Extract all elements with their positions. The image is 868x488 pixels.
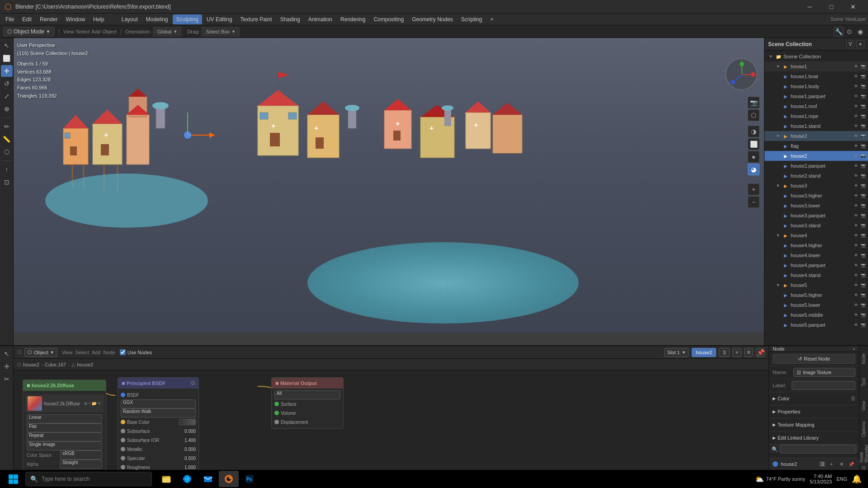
viewport[interactable]: User Perspective (116) Scene Collection … xyxy=(14,38,764,345)
drag-dropdown[interactable]: Select Box ▼ xyxy=(201,27,240,37)
wireframe-icon[interactable]: ⬜ xyxy=(748,138,760,150)
eye-icon[interactable]: 👁 xyxy=(853,242,859,249)
tree-item-flag[interactable]: ▶ flag 👁 📷 xyxy=(764,141,868,151)
render-icon[interactable]: 📷 xyxy=(860,242,866,249)
eye-icon[interactable]: 👁 xyxy=(853,262,859,268)
menu-file[interactable]: File xyxy=(2,14,18,24)
tree-item-house2-parquet[interactable]: ▶ house2.parquet 👁 📷 xyxy=(764,161,868,171)
tree-item-house3-parquet[interactable]: ▶ house3.parquet 👁 📷 xyxy=(764,211,868,221)
eye-icon[interactable]: 👁 xyxy=(853,113,859,119)
tree-item-house5-middle[interactable]: ▶ house5.middle 👁 📷 xyxy=(764,310,868,320)
extension-select[interactable]: Repeat xyxy=(27,432,102,441)
add-collection-icon[interactable]: + xyxy=(856,40,864,48)
slot-dropdown[interactable]: Slot 1 ▼ xyxy=(664,348,689,357)
breadcrumb-cube[interactable]: Cube.167 xyxy=(45,362,66,367)
camera-view-icon[interactable]: 📷 xyxy=(748,97,760,108)
render-icon[interactable]: 📷 xyxy=(860,73,866,80)
material-icon[interactable]: ◕ xyxy=(748,164,760,175)
view-tab[interactable]: View xyxy=(860,394,867,418)
node-cut-icon[interactable]: ✂ xyxy=(1,373,13,385)
tree-item-house5-lower[interactable]: ▶ house5.lower 👁 📷 xyxy=(764,300,868,310)
tree-item-house1-stand[interactable]: ▶ house1.stand 👁 📷 xyxy=(764,121,868,131)
node-output-card[interactable]: ◼ Material Output All Surface Volume xyxy=(271,377,344,429)
label-input[interactable] xyxy=(792,381,855,390)
render-icon[interactable]: 📷 xyxy=(860,222,866,229)
render-icon[interactable]: 📷 xyxy=(860,183,866,189)
edit-linked-library-toggle[interactable]: ▶ Edit Linked Library xyxy=(773,432,855,443)
del-mat-icon[interactable]: ✕ xyxy=(837,460,845,468)
node-select-icon[interactable]: ↖ xyxy=(1,348,13,360)
new-icon[interactable]: + xyxy=(89,401,91,406)
render-icon[interactable]: 📷 xyxy=(860,302,866,308)
node-tab[interactable]: Node xyxy=(860,347,867,371)
surface-socket[interactable] xyxy=(274,402,279,406)
color-menu-icon[interactable]: ☰ xyxy=(851,396,855,402)
base-color-socket[interactable] xyxy=(121,420,125,424)
subsurface-socket[interactable] xyxy=(121,429,125,433)
orientation-dropdown[interactable]: Global ▼ xyxy=(153,27,182,37)
annotate-tool[interactable]: ✏ xyxy=(1,121,13,132)
alpha-select[interactable]: Straight xyxy=(60,460,102,469)
metallic-socket[interactable] xyxy=(121,447,125,451)
eye-icon[interactable]: 👁 xyxy=(853,103,859,109)
render-icon[interactable]: 📷 xyxy=(860,103,866,109)
menu-help[interactable]: Help xyxy=(90,14,108,24)
menu-render[interactable]: Render xyxy=(36,14,61,24)
tree-item-house1-rope[interactable]: ▶ house1.rope 👁 📷 xyxy=(764,111,868,121)
zoom-out-icon[interactable]: − xyxy=(748,196,760,208)
delete-icon[interactable]: ✕ xyxy=(98,401,101,406)
eye-icon[interactable]: 👁 xyxy=(853,202,859,209)
material-name-btn[interactable]: house2 xyxy=(692,348,716,357)
navigation-gizmo[interactable]: X Z Y xyxy=(723,56,760,92)
tree-item-house4-lower[interactable]: ▶ house4.lower 👁 📷 xyxy=(764,250,868,260)
eye-icon[interactable]: 👁 xyxy=(853,173,859,179)
tree-item-house3-lower[interactable]: ▶ house3.lower 👁 📷 xyxy=(764,201,868,211)
delete-slot-icon[interactable]: ✕ xyxy=(744,348,753,357)
add-slot-icon[interactable]: + xyxy=(732,348,741,357)
volume-socket[interactable] xyxy=(274,411,279,415)
eye-icon[interactable]: 👁 xyxy=(853,212,859,219)
tab-texture-paint[interactable]: Texture Paint xyxy=(237,14,276,24)
tree-item-house1-parquet[interactable]: ▶ house1.parquet 👁 📷 xyxy=(764,91,868,101)
render-icon[interactable]: 📷 xyxy=(860,312,866,318)
measure-tool[interactable]: 📏 xyxy=(1,133,13,145)
reset-node-button[interactable]: ↺ Reset Node xyxy=(773,354,855,364)
eye-icon[interactable]: 👁 xyxy=(853,93,859,99)
tree-scene-collection[interactable]: ▼ 📁 Scene Collection xyxy=(764,52,868,61)
properties-section-toggle[interactable]: ▶ Properties xyxy=(773,406,855,417)
render-icon[interactable]: ⬡ xyxy=(748,109,760,121)
eye-icon[interactable]: 👁 xyxy=(853,123,859,129)
tab-sculpting[interactable]: Sculpting xyxy=(173,14,202,24)
maximize-button[interactable]: □ xyxy=(821,0,842,14)
output-type-select[interactable]: All xyxy=(274,390,340,399)
minimize-button[interactable]: ─ xyxy=(799,0,820,14)
tree-group-house3[interactable]: ▼ ▶ house3 👁 📷 xyxy=(764,181,868,191)
viewport-canvas[interactable]: User Perspective (116) Scene Collection … xyxy=(14,38,764,333)
eye-icon[interactable]: 👁 xyxy=(853,73,859,80)
eye-icon[interactable]: 👁 xyxy=(853,83,859,89)
snap-toggle[interactable]: 🔧 xyxy=(834,27,844,37)
pin-mat-icon[interactable]: 📌 xyxy=(847,460,855,468)
taskbar-app-mail[interactable] xyxy=(198,471,218,487)
scale-tool[interactable]: ⤢ xyxy=(1,90,13,102)
tree-item-house4-stand[interactable]: ▶ house4.stand 👁 📷 xyxy=(764,270,868,280)
node-wrangler-tab[interactable]: Node Wrangler xyxy=(858,441,868,465)
tree-item-house2[interactable]: ▶ house2 👁 📷 xyxy=(764,151,868,161)
open-icon[interactable]: 📂 xyxy=(92,401,97,406)
colorspace-select[interactable]: sRGB xyxy=(60,450,102,460)
tree-item-house5-parquet[interactable]: ▶ house5.parquet 👁 📷 xyxy=(764,320,868,330)
node-search-input[interactable] xyxy=(780,445,856,454)
render-icon[interactable]: 📷 xyxy=(860,252,866,258)
render-icon[interactable]: 📷 xyxy=(860,173,866,179)
browse-icon[interactable]: ⊕ xyxy=(84,401,88,406)
eye-icon[interactable]: 👁 xyxy=(853,143,859,149)
add-mat-icon[interactable]: + xyxy=(827,460,835,468)
projection-select[interactable]: Flat xyxy=(27,423,102,432)
rotate-tool[interactable]: ↺ xyxy=(1,78,13,89)
render-icon[interactable]: 📷 xyxy=(860,93,866,99)
tree-group-house4[interactable]: ▼ ▶ house4 👁 📷 xyxy=(764,230,868,240)
render-icon[interactable]: 📷 xyxy=(860,113,866,119)
loop-cut-tool[interactable]: ⊡ xyxy=(1,176,13,188)
tree-item-house1-body[interactable]: ▶ house1.body 👁 📷 xyxy=(764,81,868,91)
eye-icon[interactable]: 👁 xyxy=(853,272,859,278)
